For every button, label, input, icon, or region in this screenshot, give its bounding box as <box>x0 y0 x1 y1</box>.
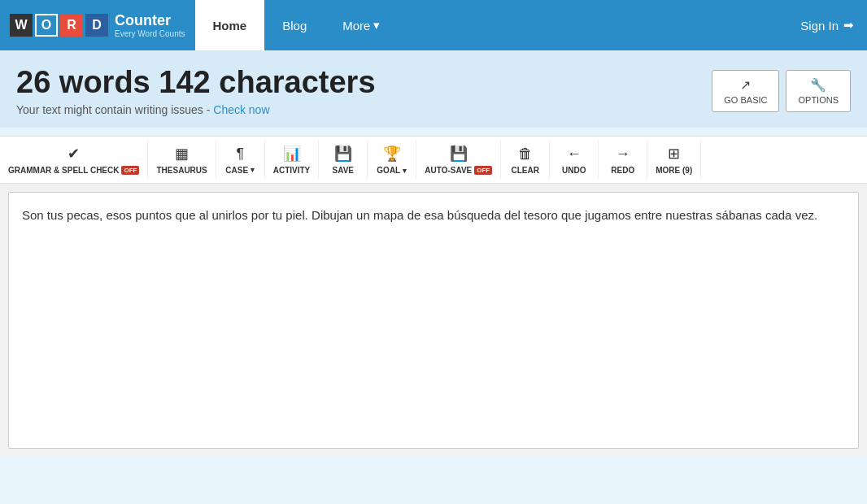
toolbar-redo[interactable]: → REDO <box>599 140 647 180</box>
logo-tagline: Every Word Counts <box>115 29 185 38</box>
autosave-badge: OFF <box>474 166 492 175</box>
save-label: SAVE <box>333 166 355 175</box>
toolbar-case[interactable]: ¶ CASE ▾ <box>216 140 265 180</box>
nav-right: Sign In ➡ <box>800 0 867 50</box>
options-button[interactable]: 🔧 OPTIONS <box>786 70 851 112</box>
toolbar-grammar[interactable]: ✔ GRAMMAR & SPELL CHECK OFF <box>0 140 148 180</box>
stats-buttons: ↗ GO BASIC 🔧 OPTIONS <box>712 70 851 112</box>
check-now-link[interactable]: Check now <box>213 103 269 116</box>
case-caret-icon: ▾ <box>251 166 255 174</box>
stats-sub: Your text might contain writing issues -… <box>16 103 376 116</box>
redo-label: REDO <box>611 166 634 175</box>
toolbar-clear[interactable]: 🗑 CLEAR <box>501 140 550 180</box>
navbar: W O R D Counter Every Word Counts Home B… <box>0 0 867 50</box>
char-label: characters <box>219 65 375 99</box>
autosave-icon: 💾 <box>450 145 468 163</box>
nav-links: Home Blog More ▾ <box>195 0 801 50</box>
text-editor[interactable] <box>9 193 858 445</box>
undo-icon: ← <box>567 146 582 163</box>
go-basic-icon: ↗ <box>740 77 751 93</box>
grammar-label: GRAMMAR & SPELL CHECK <box>8 166 119 175</box>
word-label: words <box>59 65 150 99</box>
clear-label: CLEAR <box>512 166 539 175</box>
autosave-label: AUTO-SAVE <box>425 166 472 175</box>
thesaurus-label: THESAURUS <box>156 166 207 175</box>
nav-blog[interactable]: Blog <box>264 0 325 50</box>
grammar-badge: OFF <box>121 166 139 175</box>
goal-caret-icon: ▾ <box>403 167 407 175</box>
save-icon: 💾 <box>334 145 352 163</box>
goal-label: GOAL <box>377 166 400 175</box>
checkmark-icon: ✔ <box>68 145 80 163</box>
toolbar-save[interactable]: 💾 SAVE <box>319 140 368 180</box>
options-icon: 🔧 <box>810 77 826 93</box>
toolbar-activity[interactable]: 📊 ACTIVITY <box>265 140 320 180</box>
signin-button[interactable]: Sign In ➡ <box>800 18 854 33</box>
logo-tile-r: R <box>60 14 83 37</box>
signin-label: Sign In <box>800 19 839 33</box>
editor-container <box>0 184 867 457</box>
editor-wrap <box>8 192 859 449</box>
redo-icon: → <box>616 146 630 163</box>
activity-icon: 📊 <box>283 145 301 163</box>
logo-brand: Counter <box>115 12 185 29</box>
logo-tile-d: D <box>85 14 108 37</box>
nav-more[interactable]: More ▾ <box>325 0 398 50</box>
more-label: MORE (9) <box>656 166 692 175</box>
stats-count: 26 words 142 characters <box>16 65 376 100</box>
logo-tile-w: W <box>10 14 33 37</box>
go-basic-label: GO BASIC <box>724 95 767 105</box>
logo[interactable]: W O R D Counter Every Word Counts <box>0 0 195 50</box>
stats-sub-text: Your text might contain writing issues - <box>16 103 210 116</box>
toolbar-goal[interactable]: 🏆 GOAL ▾ <box>368 140 416 180</box>
word-count: 26 <box>16 65 50 99</box>
thesaurus-icon: ▦ <box>175 145 189 163</box>
trash-icon: 🗑 <box>518 146 533 163</box>
toolbar: ✔ GRAMMAR & SPELL CHECK OFF ▦ THESAURUS … <box>0 136 867 184</box>
stats-bar: 26 words 142 characters Your text might … <box>0 50 867 128</box>
case-label: CASE <box>225 166 248 175</box>
grid-icon: ⊞ <box>668 145 680 163</box>
nav-more-label: More <box>342 19 370 33</box>
nav-home[interactable]: Home <box>195 0 265 50</box>
main-content: 26 words 142 characters Your text might … <box>0 50 867 504</box>
options-label: OPTIONS <box>798 95 839 105</box>
toolbar-undo[interactable]: ← UNDO <box>550 140 599 180</box>
goal-icon: 🏆 <box>383 145 401 163</box>
go-basic-button[interactable]: ↗ GO BASIC <box>712 70 779 112</box>
toolbar-autosave[interactable]: 💾 AUTO-SAVE OFF <box>416 140 501 180</box>
activity-label: ACTIVITY <box>273 166 311 175</box>
toolbar-thesaurus[interactable]: ▦ THESAURUS <box>148 140 216 180</box>
toolbar-more[interactable]: ⊞ MORE (9) <box>647 140 701 180</box>
case-icon: ¶ <box>236 146 244 163</box>
undo-label: UNDO <box>562 166 586 175</box>
logo-tile-o: O <box>35 14 58 37</box>
chevron-down-icon: ▾ <box>373 18 380 33</box>
signin-icon: ➡ <box>843 18 854 33</box>
char-count: 142 <box>159 65 210 99</box>
